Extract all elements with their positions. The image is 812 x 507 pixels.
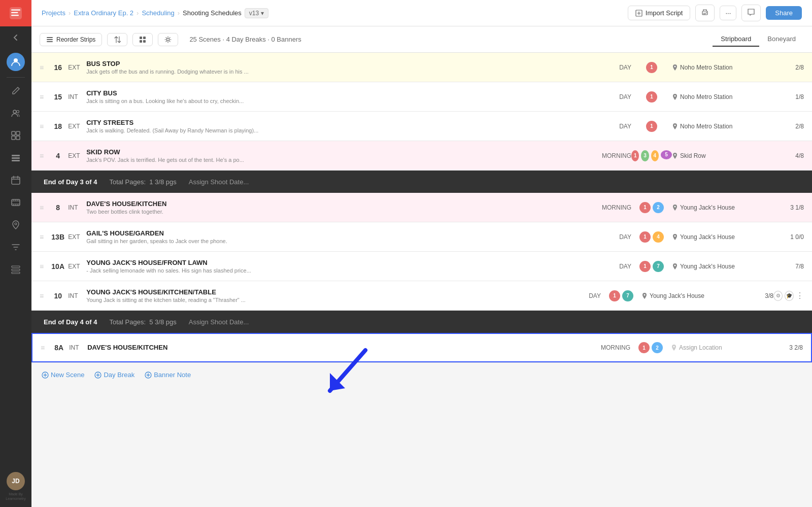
table-row[interactable]: ≡ 18 EXT CITY STREETS Jack is walking. D… (31, 112, 812, 141)
scene-location: Noho Metro Station (672, 123, 773, 130)
project-avatar[interactable] (7, 53, 25, 71)
assign-location-text: Assign Location (679, 344, 722, 351)
svg-point-33 (674, 124, 676, 126)
back-button[interactable] (0, 26, 31, 49)
breadcrumb-scheduling[interactable]: Scheduling (142, 9, 174, 17)
calendar-icon (11, 175, 21, 185)
svg-rect-11 (12, 155, 20, 156)
assign-shoot-date[interactable]: Assign Shoot Date... (189, 178, 249, 186)
scene-title: CITY STREETS (86, 119, 586, 126)
breadcrumb-projects[interactable]: Projects (42, 9, 65, 17)
tab-boneyard[interactable]: Boneyard (759, 32, 804, 47)
drag-handle[interactable]: ≡ (41, 344, 45, 352)
bottom-space (31, 387, 812, 427)
settings-icon (164, 36, 172, 43)
character-badge: 1 (638, 342, 650, 353)
svg-point-34 (674, 154, 676, 155)
import-icon (635, 10, 642, 17)
scene-action-icon-2[interactable]: 🎓 (785, 291, 794, 301)
tab-stripboard[interactable]: Stripboard (713, 32, 759, 47)
scene-time: MORNING (586, 152, 631, 159)
scene-action-icon-1[interactable]: ⚙ (773, 291, 783, 301)
plus-circle-icon-3 (145, 371, 152, 379)
drag-handle[interactable]: ≡ (40, 233, 44, 241)
character-badge: 1 (639, 261, 651, 272)
app-logo[interactable] (0, 0, 31, 26)
scene-number: 18 (48, 122, 68, 130)
drag-handle[interactable]: ≡ (40, 204, 44, 212)
breadcrumb-ep[interactable]: Extra Ordinary Ep. 2 (74, 9, 133, 17)
svg-rect-18 (12, 269, 20, 271)
more-options-button[interactable]: ··· (720, 6, 736, 20)
drag-handle[interactable]: ≡ (40, 292, 44, 300)
day-break-button[interactable]: Day Break (94, 371, 134, 379)
scene-more-icon[interactable]: ⋮ (796, 291, 804, 300)
table-row[interactable]: ≡ 15 INT CITY BUS Jack is sitting on a b… (31, 82, 812, 112)
table-row[interactable]: ≡ 4 EXT SKID ROW Jack's POV. Jack is ter… (31, 141, 812, 171)
svg-rect-9 (12, 136, 15, 140)
svg-rect-26 (140, 37, 142, 39)
view-toggle-button[interactable] (132, 33, 153, 46)
share-button[interactable]: Share (766, 6, 802, 20)
sidebar-item-filters[interactable] (0, 236, 31, 258)
banner-note-button[interactable]: Banner Note (145, 371, 191, 379)
sidebar: JD Made ByLearnometry (0, 0, 31, 507)
location-pin-icon (641, 292, 648, 299)
scene-number: 15 (48, 93, 68, 101)
scene-info: DAVE'S HOUSE/KITCHEN Two beer bottles cl… (86, 196, 586, 219)
new-scene-button[interactable]: New Scene (42, 371, 84, 379)
table-row[interactable]: ≡ 8 INT DAVE'S HOUSE/KITCHEN Two beer bo… (31, 193, 812, 222)
table-row[interactable]: ≡ 13B EXT GAIL'S HOUSE/GARDEN Gail sitti… (31, 222, 812, 252)
assign-shoot-date-4[interactable]: Assign Shoot Date... (189, 318, 249, 326)
sidebar-item-calendar[interactable] (0, 169, 31, 191)
location-pin-icon (672, 204, 678, 211)
print-button[interactable] (695, 5, 715, 21)
drag-handle[interactable]: ≡ (40, 262, 44, 271)
scene-pages: 1 0/0 (773, 233, 804, 241)
version-selector[interactable]: v13 ▾ (245, 8, 268, 18)
svg-rect-24 (47, 39, 53, 40)
drag-handle[interactable]: ≡ (40, 122, 44, 130)
sidebar-item-films[interactable] (0, 191, 31, 214)
import-script-button[interactable]: Import Script (628, 6, 691, 20)
comments-button[interactable] (741, 5, 761, 21)
drag-handle[interactable]: ≡ (40, 93, 44, 101)
sidebar-divider-1 (7, 77, 25, 78)
table-row[interactable]: ≡ 10 INT YOUNG JACK'S HOUSE/KITCHEN/TABL… (31, 281, 812, 311)
svg-rect-17 (12, 266, 20, 267)
made-by-label: Made ByLearnometry (6, 492, 25, 501)
scene-info: SKID ROW Jack's POV. Jack is terrified. … (86, 144, 586, 167)
print-icon (701, 8, 709, 16)
scene-actions: ⚙ 🎓 ⋮ (773, 291, 804, 301)
scene-characters: 1 (631, 62, 672, 73)
table-row[interactable]: ≡ 10A EXT YOUNG JACK'S HOUSE/FRONT LAWN … (31, 252, 812, 281)
new-scene-label: New Scene (51, 371, 84, 379)
scene-pages: 3 2/8 (772, 344, 803, 351)
top-navigation: Projects › Extra Ordinary Ep. 2 › Schedu… (31, 0, 812, 26)
character-badge: 1 (639, 202, 651, 213)
scene-number: 8 (48, 204, 68, 212)
selected-scene-row[interactable]: ≡ 8A INT DAVE'S HOUSE/KITCHEN MORNING 1 … (31, 333, 812, 362)
scene-pages: 4/8 (773, 152, 804, 159)
sort-button[interactable] (107, 33, 127, 46)
project-avatar-icon (10, 56, 21, 67)
sidebar-item-board[interactable] (0, 124, 31, 147)
sidebar-item-location[interactable] (0, 214, 31, 236)
scene-characters: 1 2 (631, 202, 672, 213)
drag-handle[interactable]: ≡ (40, 152, 44, 160)
sidebar-item-data[interactable] (0, 258, 31, 281)
sidebar-item-people[interactable] (0, 102, 31, 124)
breadcrumb-shooting: Shooting Schedules (183, 9, 242, 17)
user-avatar[interactable]: JD (7, 472, 25, 490)
drag-handle[interactable]: ≡ (40, 63, 44, 72)
sort-icon (114, 36, 121, 43)
settings-button[interactable] (158, 33, 178, 46)
sidebar-item-edit[interactable] (0, 80, 31, 102)
back-icon (11, 33, 20, 42)
table-row[interactable]: ≡ 16 EXT BUS STOP Jack gets off the bus … (31, 53, 812, 82)
svg-rect-28 (140, 40, 142, 43)
character-badge: 1 (646, 62, 657, 73)
character-badge: 5 (661, 150, 672, 159)
sidebar-item-strips[interactable] (0, 147, 31, 169)
reorder-strips-button[interactable]: Reorder Strips (40, 33, 102, 46)
